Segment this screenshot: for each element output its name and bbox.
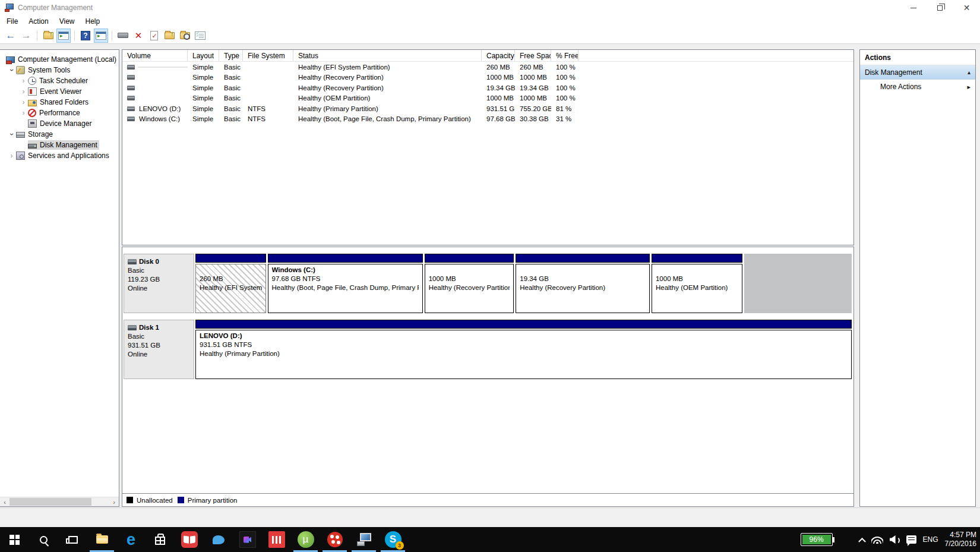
back-button[interactable]: ← xyxy=(4,29,18,43)
title-bar: Computer Management ✕ xyxy=(0,0,980,15)
column-header-free-space[interactable]: Free Space xyxy=(515,50,551,61)
menu-view[interactable]: View xyxy=(54,16,80,27)
volume-row[interactable]: SimpleBasicHealthy (EFI System Partition… xyxy=(122,62,853,72)
cell: Basic xyxy=(219,115,243,122)
taskbar-skype-button[interactable]: S3 xyxy=(378,527,407,552)
partition-body: 1000 MBHealthy (Recovery Partition) xyxy=(425,264,514,313)
minimize-button[interactable] xyxy=(900,0,927,15)
expand-open-icon[interactable]: › xyxy=(7,66,16,74)
restore-button[interactable] xyxy=(927,0,953,15)
drive-icon xyxy=(127,86,135,90)
volume-row[interactable]: SimpleBasicHealthy (OEM Partition)1000 M… xyxy=(122,93,853,104)
volume-icon[interactable] xyxy=(890,535,900,544)
expand-closed-icon[interactable]: › xyxy=(19,98,28,106)
tray-chevron-up-icon[interactable] xyxy=(858,537,866,545)
partition[interactable]: LENOVO (D:)931.51 GB NTFSHealthy (Primar… xyxy=(195,320,852,379)
export-folder-button[interactable] xyxy=(41,29,55,43)
sidebar-item-system-tools[interactable]: ›System Tools xyxy=(0,65,119,75)
battery-indicator[interactable]: 96% xyxy=(801,533,833,546)
taskbar-file-explorer-button[interactable] xyxy=(87,527,116,552)
show-action-pane-icon xyxy=(96,31,106,40)
sidebar-item-services-and-applications[interactable]: ›Services and Applications xyxy=(0,150,119,161)
partition[interactable]: 1000 MBHealthy (Recovery Partition) xyxy=(425,254,514,313)
help-button[interactable]: ? xyxy=(78,29,93,43)
disk-label-0[interactable]: Disk 0Basic119.23 GBOnline xyxy=(124,254,194,313)
taskbar-search-button[interactable] xyxy=(29,527,58,552)
storage-icon xyxy=(16,132,25,138)
check-document-button[interactable] xyxy=(147,29,161,43)
partition-status: Healthy (Recovery Partition) xyxy=(429,283,510,292)
scrollbar-track[interactable] xyxy=(10,497,109,506)
taskbar-task-view-button[interactable] xyxy=(58,527,87,552)
taskbar-red-molecule-button[interactable] xyxy=(320,527,349,552)
partition[interactable]: 260 MBHealthy (EFI System Partition) xyxy=(195,254,266,313)
taskbar-store-button[interactable] xyxy=(146,527,175,552)
disk-band-0: 260 MBHealthy (EFI System Partition)Wind… xyxy=(195,254,852,313)
cell: Simple xyxy=(188,115,219,122)
tree-horizontal-scrollbar[interactable]: ‹ › xyxy=(0,497,119,506)
scroll-left-arrow[interactable]: ‹ xyxy=(0,497,10,506)
partition[interactable]: 1000 MBHealthy (OEM Partition) xyxy=(652,254,742,313)
expand-closed-icon[interactable]: › xyxy=(19,87,28,96)
column-header-layout[interactable]: Layout xyxy=(188,50,219,61)
wifi-icon[interactable] xyxy=(871,535,883,544)
scrollbar-thumb[interactable] xyxy=(10,498,91,506)
cell: Basic xyxy=(219,94,243,102)
sidebar-item-storage[interactable]: ›Storage xyxy=(0,129,119,140)
show-action-pane-button[interactable] xyxy=(94,29,108,43)
action-center-icon[interactable] xyxy=(906,535,916,544)
language-indicator[interactable]: ENG xyxy=(923,535,938,544)
taskbar-utorrent-button[interactable]: µ xyxy=(291,527,320,552)
clock[interactable]: 4:57 PM 7/20/2016 xyxy=(945,531,976,548)
column-header-capacity[interactable]: Capacity xyxy=(482,50,515,61)
volume-row[interactable]: SimpleBasicHealthy (Recovery Partition)1… xyxy=(122,83,853,93)
partition[interactable]: Windows (C:)97.68 GB NTFSHealthy (Boot, … xyxy=(268,254,423,313)
menu-action[interactable]: Action xyxy=(23,16,53,27)
disk-action-button[interactable] xyxy=(116,29,130,43)
sidebar-item-computer-management-local[interactable]: Computer Management (Local) xyxy=(0,54,119,65)
sidebar-item-device-manager[interactable]: Device Manager xyxy=(0,118,119,129)
taskbar-start-button[interactable] xyxy=(0,527,29,552)
sidebar-item-shared-folders[interactable]: ›Shared Folders xyxy=(0,97,119,108)
taskbar-red-bars-button[interactable] xyxy=(262,527,291,552)
menu-help[interactable]: Help xyxy=(80,16,106,27)
taskbar-computer-mgmt-button[interactable] xyxy=(349,527,378,552)
explore-folder-button[interactable] xyxy=(178,29,192,43)
expand-open-icon[interactable]: › xyxy=(7,130,16,138)
properties-button[interactable] xyxy=(193,29,207,43)
column-header-status[interactable]: Status xyxy=(293,50,482,61)
menu-file[interactable]: File xyxy=(1,16,23,27)
sidebar-item-performance[interactable]: ›Performance xyxy=(0,108,119,118)
taskbar-twitter-button[interactable] xyxy=(204,527,233,552)
more-actions-item[interactable]: More Actions ▸ xyxy=(860,80,975,94)
column-header-volume[interactable]: Volume xyxy=(122,50,188,61)
skype-notification-badge: 3 xyxy=(396,541,404,550)
column-header-file-system[interactable]: File System xyxy=(243,50,293,61)
scroll-right-arrow[interactable]: › xyxy=(109,497,119,506)
sidebar-item-event-viewer[interactable]: ›Event Viewer xyxy=(0,86,119,97)
actions-group-disk-management[interactable]: Disk Management ▴ xyxy=(860,65,975,80)
taskbar-books-button[interactable] xyxy=(175,527,204,552)
console-window-button[interactable] xyxy=(56,29,71,43)
volume-row[interactable]: SimpleBasicHealthy (Recovery Partition)1… xyxy=(122,72,853,83)
mount-folder-button[interactable] xyxy=(162,29,176,43)
volume-row[interactable]: LENOVO (D:)SimpleBasicNTFSHealthy (Prima… xyxy=(122,103,853,114)
cell: Basic xyxy=(219,74,243,81)
sidebar-item-disk-management[interactable]: Disk Management xyxy=(0,140,119,150)
expand-closed-icon[interactable]: › xyxy=(19,77,28,85)
taskbar-movies-button[interactable] xyxy=(233,527,262,552)
delete-button[interactable]: ✕ xyxy=(131,29,146,43)
column-header--free[interactable]: % Free xyxy=(551,50,578,61)
disk-label-1[interactable]: Disk 1Basic931.51 GBOnline xyxy=(124,320,194,379)
close-button[interactable]: ✕ xyxy=(953,0,980,15)
volume-row[interactable]: Windows (C:)SimpleBasicNTFSHealthy (Boot… xyxy=(122,114,853,125)
partition[interactable]: 19.34 GBHealthy (Recovery Partition) xyxy=(516,254,650,313)
volume-name xyxy=(138,77,188,78)
sidebar-item-task-scheduler[interactable]: ›Task Scheduler xyxy=(0,75,119,86)
expand-closed-icon[interactable]: › xyxy=(19,109,28,117)
forward-button[interactable]: → xyxy=(19,29,33,43)
column-header-type[interactable]: Type xyxy=(219,50,243,61)
taskbar-edge-button[interactable]: e xyxy=(116,527,146,552)
expand-closed-icon[interactable]: › xyxy=(7,152,16,160)
cell: 30.38 GB xyxy=(515,115,551,122)
